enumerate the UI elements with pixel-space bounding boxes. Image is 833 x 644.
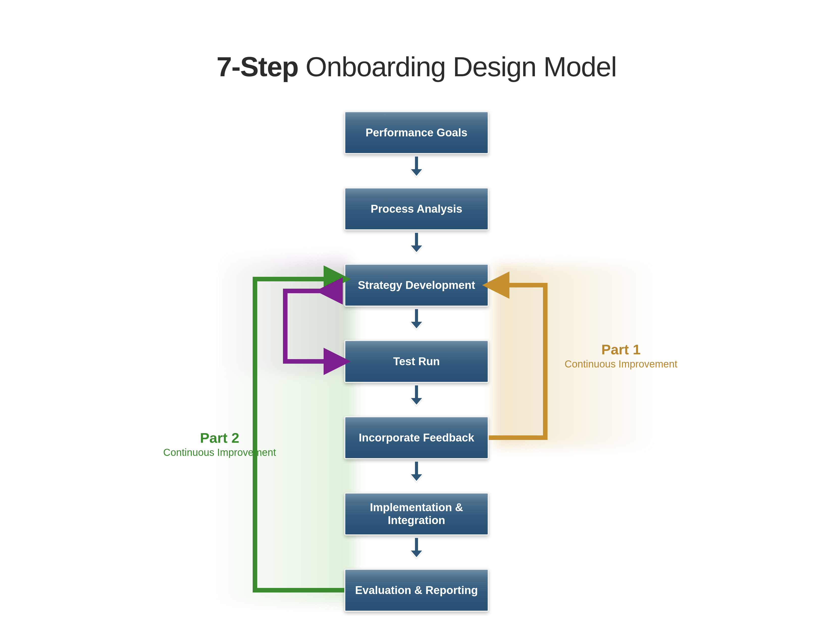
loop-part: Part 2 xyxy=(142,429,298,446)
down-arrow-icon xyxy=(410,385,423,412)
down-arrow-icon xyxy=(410,156,423,183)
down-arrow-icon xyxy=(410,538,423,564)
step-box-3: Strategy Development xyxy=(344,264,489,307)
title-rest: Onboarding Design Model xyxy=(298,51,617,82)
step-label: Evaluation & Reporting xyxy=(355,584,478,597)
step-box-6: Implementation & Integration xyxy=(344,493,489,535)
loop-label-part1: Part 1 Continuous Improvement xyxy=(555,341,687,370)
title-bold: 7-Step xyxy=(217,51,298,82)
step-label: Performance Goals xyxy=(365,126,468,139)
step-label: Process Analysis xyxy=(371,203,462,216)
step-box-7: Evaluation & Reporting xyxy=(344,569,489,612)
step-label: Test Run xyxy=(393,355,440,368)
step-box-1: Performance Goals xyxy=(344,111,489,154)
loop-sub: Continuous Improvement xyxy=(142,446,298,458)
step-label: Incorporate Feedback xyxy=(359,431,474,444)
loop-label-part2: Part 2 Continuous Improvement xyxy=(142,429,298,458)
step-box-4: Test Run xyxy=(344,340,489,383)
down-arrow-icon xyxy=(410,309,423,335)
down-arrow-icon xyxy=(410,233,423,259)
diagram-canvas: 7-Step Onboarding Design Model Performan… xyxy=(0,0,833,644)
step-label: Implementation & Integration xyxy=(353,501,480,526)
step-box-5: Incorporate Feedback xyxy=(344,416,489,459)
down-arrow-icon xyxy=(410,462,423,488)
step-box-2: Process Analysis xyxy=(344,187,489,230)
diagram-title: 7-Step Onboarding Design Model xyxy=(0,50,833,82)
loop-part: Part 1 xyxy=(555,341,687,358)
step-label: Strategy Development xyxy=(358,279,475,292)
loop-sub: Continuous Improvement xyxy=(555,358,687,370)
